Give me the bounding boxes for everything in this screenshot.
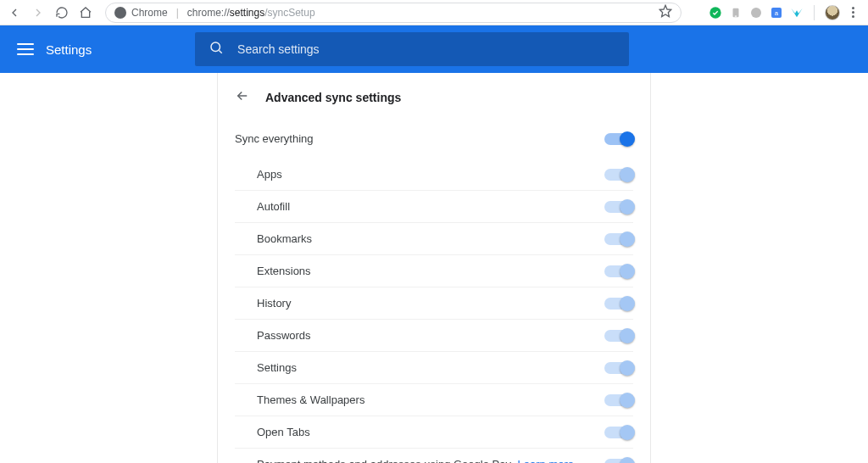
svg-rect-3 (735, 15, 737, 16)
search-icon (209, 40, 224, 59)
sync-item-toggle[interactable] (604, 169, 633, 181)
svg-line-8 (220, 50, 222, 53)
card-title: Advanced sync settings (265, 91, 401, 104)
viewport[interactable]: Settings Advanced sync settings Sync eve… (0, 25, 868, 463)
chrome-menu-button[interactable] (847, 5, 860, 20)
sync-item-toggle[interactable] (604, 330, 633, 342)
settings-header: Settings (0, 25, 868, 73)
svg-point-1 (709, 7, 721, 18)
svg-point-7 (211, 42, 220, 52)
sync-everything-label: Sync everything (235, 132, 604, 145)
sync-item-label: Open Tabs (257, 426, 604, 438)
sync-item-label: Payment methods and addresses using Goog… (257, 458, 604, 463)
nav-forward-button[interactable] (29, 3, 47, 22)
sync-item-toggle[interactable] (604, 459, 633, 464)
learn-more-link[interactable]: Learn more (518, 458, 574, 463)
sync-everything-toggle[interactable] (604, 133, 633, 145)
sync-item-label: Passwords (257, 329, 604, 342)
sync-item-label: Extensions (257, 265, 604, 277)
sync-item-label: Settings (257, 361, 604, 374)
sync-item-toggle[interactable] (604, 298, 633, 310)
settings-body: Advanced sync settings Sync everything A… (0, 73, 868, 463)
profile-avatar[interactable] (825, 5, 840, 20)
extension-icon-3[interactable] (749, 6, 763, 20)
svg-marker-0 (659, 5, 670, 16)
nav-back-button[interactable] (5, 3, 24, 22)
extension-tray: a (709, 5, 863, 20)
browser-chrome-bar: Chrome | chrome://settings/syncSetup a (0, 0, 868, 25)
sync-item-label: Bookmarks (257, 232, 604, 245)
sync-item-toggle[interactable] (604, 427, 633, 438)
sync-item-apps: Apps (235, 159, 633, 190)
sync-item-open-tabs: Open Tabs (235, 416, 633, 448)
omnibox-app-label: Chrome (131, 7, 168, 19)
site-info-icon[interactable] (114, 7, 126, 19)
sync-item-settings: Settings (235, 351, 633, 383)
sync-item-toggle[interactable] (604, 201, 633, 213)
omnibox[interactable]: Chrome | chrome://settings/syncSetup (105, 3, 682, 23)
back-arrow-button[interactable] (235, 88, 250, 107)
extension-icon-2[interactable] (729, 6, 743, 20)
svg-point-4 (751, 8, 761, 18)
settings-title: Settings (46, 42, 92, 57)
sync-item-label: History (257, 297, 604, 310)
sync-item-label: Autofill (257, 200, 604, 213)
extension-icon-1[interactable] (709, 6, 722, 20)
bookmark-star-icon[interactable] (659, 4, 672, 20)
sync-item-history: History (235, 287, 633, 319)
sync-item-autofill: Autofill (235, 190, 633, 222)
sync-items-list: Apps Autofill Bookmarks Extensions Histo… (218, 159, 650, 463)
settings-search-input[interactable] (237, 42, 615, 56)
sync-item-toggle[interactable] (604, 265, 633, 277)
sync-item-toggle[interactable] (604, 362, 633, 374)
sync-item-passwords: Passwords (235, 319, 633, 351)
settings-search[interactable] (195, 32, 629, 66)
sync-item-label: Apps (257, 168, 604, 181)
nav-home-button[interactable] (76, 3, 95, 22)
sync-settings-card: Advanced sync settings Sync everything A… (217, 73, 651, 463)
omnibox-url: chrome://settings/syncSetup (187, 7, 315, 19)
sync-item-themes: Themes & Wallpapers (235, 383, 633, 416)
sync-item-label: Themes & Wallpapers (257, 393, 604, 406)
sync-item-toggle[interactable] (604, 394, 633, 406)
sync-item-payments: Payment methods and addresses using Goog… (235, 448, 633, 463)
sync-item-bookmarks: Bookmarks (235, 222, 633, 254)
tray-separator (814, 5, 815, 20)
hamburger-menu-button[interactable] (17, 43, 34, 55)
nav-reload-button[interactable] (53, 3, 71, 22)
omnibox-separator: | (176, 7, 179, 19)
extension-icon-4[interactable]: a (770, 6, 783, 20)
sync-item-extensions: Extensions (235, 254, 633, 287)
extension-icon-5[interactable] (790, 6, 804, 20)
sync-everything-row: Sync everything (218, 119, 650, 159)
sync-item-toggle[interactable] (604, 233, 633, 245)
